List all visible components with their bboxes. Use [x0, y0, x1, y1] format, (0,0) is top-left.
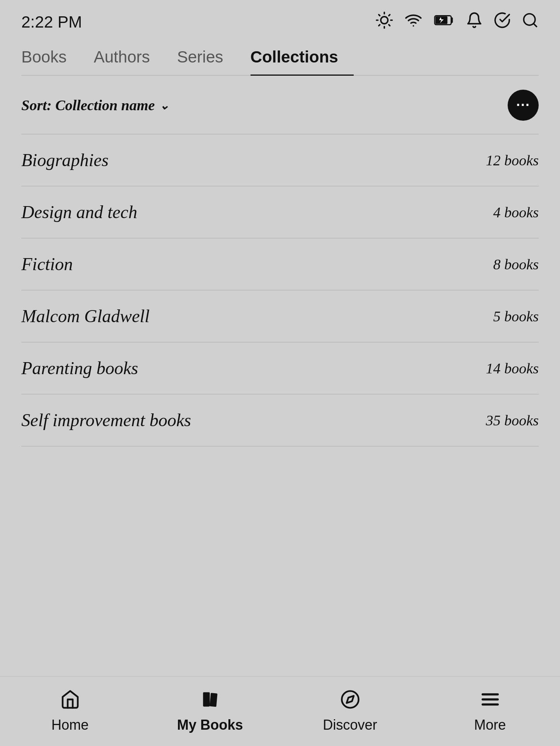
collection-name: Self improvement books	[21, 410, 191, 430]
collection-item-selfimprovement[interactable]: Self improvement books 35 books	[21, 394, 539, 446]
books-icon	[200, 689, 220, 713]
notification-icon[interactable]	[466, 12, 483, 32]
collection-name: Malcom Gladwell	[21, 306, 150, 326]
status-icons	[376, 12, 539, 32]
collection-name: Parenting books	[21, 358, 138, 378]
brightness-icon	[376, 12, 393, 32]
nav-mybooks-label: My Books	[177, 717, 243, 733]
nav-home[interactable]: Home	[31, 689, 109, 733]
search-icon[interactable]	[522, 12, 539, 32]
collection-item-biographies[interactable]: Biographies 12 books	[21, 134, 539, 186]
svg-point-0	[381, 17, 388, 24]
collection-count: 8 books	[493, 256, 539, 273]
collection-count: 14 books	[486, 360, 539, 377]
status-bar: 2:22 PM	[0, 0, 560, 40]
svg-rect-16	[210, 693, 217, 706]
nav-more[interactable]: More	[451, 689, 529, 733]
collection-item-gladwell[interactable]: Malcom Gladwell 5 books	[21, 290, 539, 342]
nav-discover[interactable]: Discover	[311, 689, 389, 733]
svg-marker-18	[346, 696, 353, 703]
nav-mybooks[interactable]: My Books	[171, 689, 249, 733]
collection-count: 12 books	[486, 152, 539, 169]
tab-authors[interactable]: Authors	[94, 40, 166, 75]
battery-icon	[434, 12, 455, 32]
sync-icon[interactable]	[494, 12, 511, 32]
collection-item-parenting[interactable]: Parenting books 14 books	[21, 342, 539, 394]
collection-item-fiction[interactable]: Fiction 8 books	[21, 238, 539, 290]
collection-name: Biographies	[21, 150, 109, 170]
nav-home-label: Home	[51, 717, 88, 733]
bottom-nav: Home My Books Discover	[0, 676, 560, 746]
collection-item-design[interactable]: Design and tech 4 books	[21, 186, 539, 238]
main-container: Books Authors Series Collections Sort: C…	[0, 40, 560, 446]
sort-chevron-icon: ⌄	[159, 99, 169, 112]
collection-count: 4 books	[493, 204, 539, 221]
menu-icon	[480, 689, 500, 713]
status-time: 2:22 PM	[21, 13, 82, 31]
wifi-icon	[404, 12, 423, 32]
collection-name: Fiction	[21, 254, 73, 274]
collections-list: Biographies 12 books Design and tech 4 b…	[21, 134, 539, 446]
nav-more-label: More	[474, 717, 506, 733]
svg-line-7	[379, 25, 380, 26]
more-options-button[interactable]: ···	[508, 90, 539, 121]
sort-label-text: Sort: Collection name	[21, 97, 155, 114]
collection-name: Design and tech	[21, 202, 137, 222]
sort-selector[interactable]: Sort: Collection name ⌄	[21, 97, 169, 114]
svg-line-3	[379, 15, 380, 16]
svg-line-14	[534, 24, 537, 27]
tab-collections[interactable]: Collections	[251, 40, 354, 75]
svg-line-8	[389, 15, 390, 16]
svg-point-17	[342, 691, 358, 708]
tab-books[interactable]: Books	[21, 40, 82, 75]
tab-series[interactable]: Series	[177, 40, 239, 75]
home-icon	[60, 689, 80, 713]
sort-bar: Sort: Collection name ⌄ ···	[21, 76, 539, 130]
nav-discover-label: Discover	[323, 717, 377, 733]
svg-line-4	[389, 25, 390, 26]
svg-rect-15	[203, 693, 209, 706]
tabs-container: Books Authors Series Collections	[21, 40, 539, 76]
collection-count: 5 books	[493, 308, 539, 325]
compass-icon	[340, 689, 360, 713]
collection-count: 35 books	[486, 412, 539, 429]
